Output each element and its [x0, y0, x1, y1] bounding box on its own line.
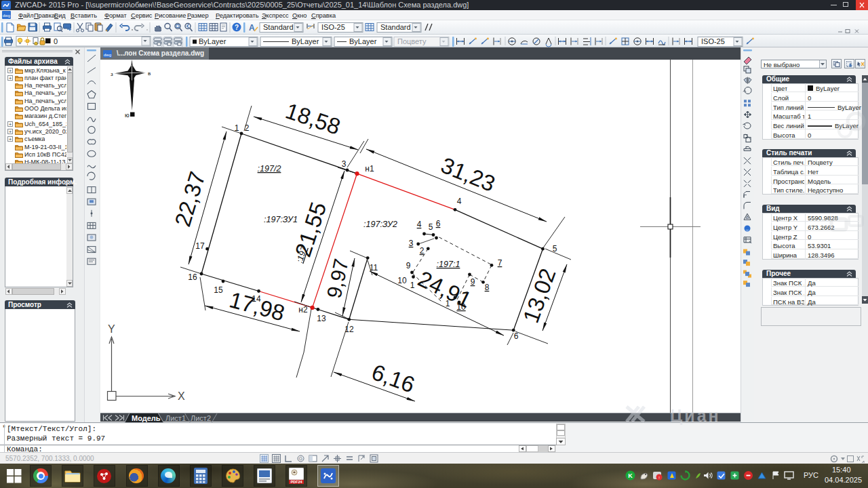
svg-text:X: X	[178, 390, 185, 402]
svg-text:н2: н2	[298, 305, 308, 314]
svg-text:PDF24: PDF24	[290, 480, 302, 484]
svg-text:6: 6	[436, 219, 441, 228]
svg-text:ISO-25: ISO-25	[701, 37, 725, 45]
svg-text:10: 10	[456, 302, 466, 312]
svg-text:1: 1	[235, 123, 239, 133]
svg-text:13,02: 13,02	[518, 265, 561, 326]
svg-text::197:ЗУ1: :197:ЗУ1	[264, 215, 298, 224]
svg-text:Standard: Standard	[263, 23, 294, 31]
svg-text:ByLayer: ByLayer	[292, 37, 319, 45]
svg-text:dwg: dwg	[3, 14, 10, 18]
svg-text:9: 9	[471, 277, 475, 287]
svg-text:15: 15	[214, 285, 223, 295]
svg-text:ByLayer: ByLayer	[349, 37, 377, 45]
svg-text:22,37: 22,37	[170, 169, 210, 230]
svg-text:13: 13	[317, 314, 326, 323]
svg-text:12: 12	[344, 325, 354, 334]
svg-text:18,58: 18,58	[283, 98, 344, 139]
svg-text:11: 11	[370, 263, 378, 272]
svg-text::197:1: :197:1	[437, 260, 460, 269]
svg-text::197/2: :197/2	[258, 164, 281, 174]
svg-text:10: 10	[397, 276, 407, 285]
svg-text:7: 7	[498, 258, 502, 268]
svg-text:ISO-25: ISO-25	[321, 23, 345, 31]
svg-text:ю: ю	[125, 112, 130, 119]
svg-text:dwg: dwg	[104, 53, 111, 57]
svg-text:0: 0	[54, 37, 58, 45]
svg-text:3: 3	[342, 159, 347, 169]
svg-text:в: в	[148, 70, 151, 77]
svg-text:з: з	[111, 71, 113, 77]
svg-text:6: 6	[514, 331, 519, 341]
svg-text:9: 9	[406, 261, 411, 270]
svg-text:8: 8	[485, 283, 490, 292]
svg-text:н1: н1	[365, 164, 374, 174]
svg-text:4: 4	[417, 220, 422, 229]
svg-text:3: 3	[409, 239, 414, 248]
svg-text:K: K	[628, 472, 633, 479]
svg-text:Y: Y	[108, 323, 115, 335]
svg-text:17: 17	[195, 241, 205, 251]
svg-text::197:ЗУ2: :197:ЗУ2	[363, 220, 397, 229]
svg-text:14: 14	[252, 294, 261, 304]
svg-text:?: ?	[235, 24, 239, 31]
svg-text:Standard: Standard	[380, 23, 411, 31]
svg-text:G: G	[299, 456, 302, 461]
svg-text:A: A	[249, 23, 255, 33]
svg-text:5: 5	[553, 244, 557, 253]
svg-text:1: 1	[410, 281, 415, 290]
svg-text:5: 5	[429, 222, 433, 232]
svg-text:2: 2	[245, 123, 250, 133]
svg-text:2: 2	[420, 246, 425, 256]
svg-text:6,16: 6,16	[368, 359, 418, 397]
svg-text:Поцвету: Поцвету	[397, 37, 427, 45]
svg-text:4: 4	[457, 197, 462, 206]
svg-text:ByLayer: ByLayer	[199, 37, 226, 45]
svg-text:1: 1	[446, 299, 450, 308]
svg-text:16: 16	[188, 272, 197, 282]
